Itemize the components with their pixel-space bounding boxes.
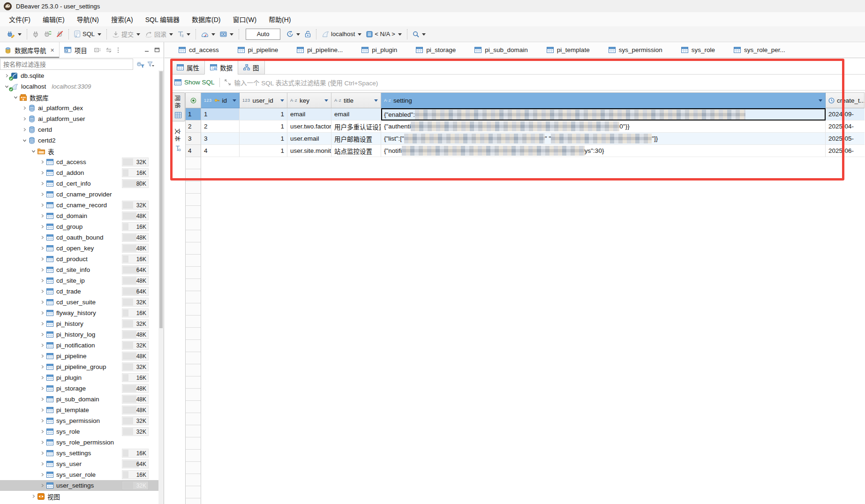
tree-item-cd_cname_record[interactable]: cd_cname_record32K [0, 200, 158, 211]
cell-user_id[interactable]: 1 [240, 133, 287, 145]
tree-item-sys_role[interactable]: sys_role32K [0, 426, 158, 437]
chevron-down-icon[interactable] [296, 33, 300, 38]
chevron-down-icon[interactable] [169, 33, 173, 38]
tree-item-certd[interactable]: certd [0, 124, 158, 135]
chevron-collapsed-icon[interactable] [38, 408, 46, 412]
tree-item-sys_settings[interactable]: sys_settings16K [0, 448, 158, 459]
chevron-collapsed-icon[interactable] [38, 171, 46, 175]
cell-key[interactable]: user.email [287, 133, 331, 145]
tree-item-pi_plugin[interactable]: pi_plugin16K [0, 372, 158, 383]
scrollbar-thumb[interactable] [159, 71, 163, 328]
chevron-collapsed-icon[interactable] [38, 451, 46, 455]
sql-editor-button[interactable]: SQL [72, 29, 103, 39]
editor-tab-pi_pipeline[interactable]: pi_pipeline [228, 42, 288, 58]
presentation-textp[interactable]: 文本 [171, 126, 185, 154]
chevron-collapsed-icon[interactable] [38, 268, 46, 272]
cell-user_id[interactable]: 1 [240, 120, 287, 133]
chevron-down-icon[interactable] [358, 33, 361, 38]
chevron-collapsed-icon[interactable] [38, 332, 46, 337]
column-filter-icon[interactable] [233, 99, 236, 104]
row-gutter-header[interactable] [185, 92, 201, 108]
sidebar-scrollbar[interactable] [158, 70, 164, 504]
chevron-collapsed-icon[interactable] [21, 128, 29, 132]
transaction-mode-button[interactable] [199, 30, 217, 39]
cell-key[interactable]: user.site.monitor [287, 145, 331, 157]
tree-item-db.sqlite[interactable]: db.sqlite [0, 70, 158, 81]
transaction-log-button[interactable] [176, 30, 192, 39]
close-icon[interactable]: × [51, 46, 54, 54]
column-filter-icon[interactable] [374, 99, 378, 104]
chevron-collapsed-icon[interactable] [38, 473, 46, 477]
tree-item-sys_role_permission[interactable]: sys_role_permission [0, 437, 158, 448]
result-tab-数据[interactable]: 数据 [204, 60, 238, 75]
tree-item-sys_permission[interactable]: sys_permission32K [0, 415, 158, 426]
chevron-collapsed-icon[interactable] [30, 494, 38, 498]
cell-setting[interactable]: {"notifiys":30} [381, 145, 826, 157]
tree-item-certd2[interactable]: certd2 [0, 135, 158, 146]
chevron-collapsed-icon[interactable] [38, 419, 46, 423]
cell-setting[interactable]: {"enabled": [381, 108, 826, 120]
tree-item-cd_addon[interactable]: cd_addon16K [0, 167, 158, 178]
data-transfer-button[interactable] [218, 30, 235, 39]
tree-item-pi_pipeline_group[interactable]: pi_pipeline_group32K [0, 361, 158, 372]
tab-projects[interactable]: 项目 [60, 42, 92, 58]
chevron-collapsed-icon[interactable] [38, 429, 46, 434]
tab-database-navigator[interactable]: 数据库导航 × [0, 42, 60, 58]
editor-tab-sys_permission[interactable]: sys_permission [599, 42, 672, 58]
cell-title[interactable]: email [331, 108, 381, 120]
column-header-key[interactable]: A·Zkey [287, 92, 331, 108]
row-number-cell[interactable]: 1 [185, 108, 201, 120]
cell-key[interactable]: user.two.factor [287, 120, 331, 133]
tree-item-pi_template[interactable]: pi_template48K [0, 405, 158, 415]
cell-id[interactable]: 2 [201, 120, 240, 133]
editor-tab-pi_pipeline[interactable]: pi_pipeline... [287, 42, 352, 58]
minimize-view-button[interactable] [144, 47, 150, 53]
cell-create-time[interactable]: 2025-04- [826, 120, 865, 133]
connection-filter-button[interactable] [136, 61, 144, 68]
column-filter-icon[interactable] [819, 99, 822, 104]
lock-button[interactable] [303, 29, 313, 39]
tree-item-视图[interactable]: 视图 [0, 491, 158, 502]
cell-create-time[interactable]: 2025-06- [826, 145, 865, 157]
column-header-title[interactable]: A·Ztitle [331, 92, 381, 108]
row-number-cell[interactable]: 4 [185, 145, 201, 157]
cell-create-time[interactable]: 2025-05- [826, 133, 865, 145]
chevron-collapsed-icon[interactable] [38, 354, 46, 358]
chevron-collapsed-icon[interactable] [38, 386, 46, 391]
filter-settings-button[interactable] [147, 61, 155, 68]
chevron-down-icon[interactable] [18, 33, 22, 38]
tree-item-cd_user_suite[interactable]: cd_user_suite32K [0, 297, 158, 308]
chevron-collapsed-icon[interactable] [38, 246, 46, 250]
column-filter-icon[interactable] [324, 99, 328, 104]
tree-item-cd_cname_provider[interactable]: cd_cname_provider [0, 189, 158, 200]
chevron-collapsed-icon[interactable] [38, 300, 46, 304]
cell-id[interactable]: 1 [201, 108, 240, 120]
tree-item-ai_platform_dex[interactable]: ai_platform_dex [0, 103, 158, 113]
chevron-collapsed-icon[interactable] [38, 214, 46, 218]
tree-item-sys_user_role[interactable]: sys_user_role16K [0, 469, 158, 480]
tree-item-表[interactable]: 表 [0, 146, 158, 157]
cell-user_id[interactable]: 1 [240, 145, 287, 157]
chevron-collapsed-icon[interactable] [38, 192, 46, 196]
chevron-collapsed-icon[interactable] [21, 117, 29, 121]
menu-item[interactable]: 帮助(H) [263, 13, 297, 26]
cell-key[interactable]: email [287, 108, 331, 120]
chevron-collapsed-icon[interactable] [38, 235, 46, 240]
cell-id[interactable]: 4 [201, 145, 240, 157]
column-header-create_t[interactable]: create_t... [826, 92, 865, 108]
chevron-collapsed-icon[interactable] [38, 257, 46, 261]
cell-create-time[interactable]: 2024-09- [826, 108, 865, 120]
chevron-collapsed-icon[interactable] [38, 289, 46, 293]
menu-item[interactable]: SQL 编辑器 [139, 13, 186, 26]
menu-item[interactable]: 搜索(A) [105, 13, 139, 26]
chevron-expanded-icon[interactable] [12, 95, 20, 99]
refresh-button[interactable] [285, 29, 302, 39]
column-filter-icon[interactable] [280, 99, 284, 104]
column-header-id[interactable]: 123id [201, 92, 240, 108]
link-editor-button[interactable] [103, 47, 114, 53]
tree-item-ai_platform_user[interactable]: ai_platform_user [0, 113, 158, 124]
new-connection-button[interactable] [4, 29, 23, 39]
result-tab-图[interactable]: 图 [238, 60, 265, 75]
tree-item-sys_user[interactable]: sys_user64K [0, 459, 158, 469]
chevron-collapsed-icon[interactable] [38, 343, 46, 347]
